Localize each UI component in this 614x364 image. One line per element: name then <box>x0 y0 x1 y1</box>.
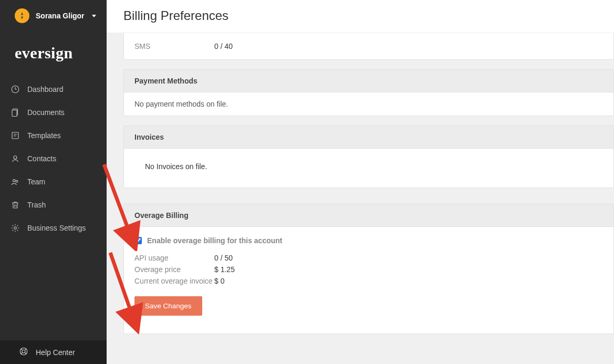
current-overage-invoice-value: $ 0 <box>214 277 224 285</box>
main-content: Billing Preferences SMS 0 / 40 Payment M… <box>107 0 614 364</box>
payment-methods-heading: Payment Methods <box>124 70 613 92</box>
svg-point-6 <box>16 180 18 182</box>
page-header: Billing Preferences <box>107 0 614 33</box>
sidebar-item-documents[interactable]: Documents <box>0 101 107 124</box>
save-changes-button[interactable]: Save Changes <box>134 296 202 316</box>
sidebar-item-label: Templates <box>27 131 61 140</box>
sidebar-item-help[interactable]: Help Center <box>0 340 107 364</box>
svg-point-4 <box>14 156 17 159</box>
dashboard-icon <box>11 85 20 94</box>
sidebar-item-label: Team <box>27 178 45 186</box>
sidebar-item-label: Dashboard <box>27 85 64 93</box>
avatar <box>15 8 29 23</box>
payment-methods-empty: No payment methods on file. <box>124 92 613 116</box>
sidebar-item-trash[interactable]: Trash <box>0 193 107 216</box>
svg-point-7 <box>14 227 17 230</box>
invoices-heading: Invoices <box>124 126 613 149</box>
sidebar-item-label: Trash <box>27 201 46 209</box>
sidebar-item-label: Business Settings <box>27 224 86 232</box>
api-usage-label: API usage <box>134 254 214 262</box>
overage-price-label: Overage price <box>134 265 214 274</box>
sidebar-item-dashboard[interactable]: Dashboard <box>0 78 107 101</box>
svg-point-5 <box>13 180 16 182</box>
sidebar-item-label: Help Center <box>36 348 75 357</box>
overage-price-value: $ 1.25 <box>214 265 235 274</box>
api-usage-value: 0 / 50 <box>214 254 233 262</box>
svg-point-9 <box>22 350 25 353</box>
svg-rect-3 <box>12 132 18 139</box>
user-menu[interactable]: Sorana Gligor <box>0 0 107 29</box>
brand-logo[interactable]: eversign <box>0 29 107 78</box>
user-name: Sorana Gligor <box>36 12 85 20</box>
enable-overage-label: Enable overage billing for this account <box>147 236 283 245</box>
svg-rect-2 <box>12 110 17 117</box>
invoices-empty: No Invoices on file. <box>124 149 613 188</box>
sidebar-item-team[interactable]: Team <box>0 170 107 193</box>
trash-icon <box>11 200 20 210</box>
documents-icon <box>11 108 20 117</box>
enable-overage-checkbox-row[interactable]: Enable overage billing for this account <box>124 227 613 252</box>
sms-label: SMS <box>134 42 214 50</box>
sidebar-item-label: Contacts <box>27 154 56 163</box>
invoices-panel: Invoices No Invoices on file. <box>123 126 614 188</box>
enable-overage-checkbox[interactable] <box>134 237 142 244</box>
sidebar: Sorana Gligor eversign Dashboard Documen… <box>0 0 107 364</box>
sidebar-item-label: Documents <box>27 108 65 117</box>
team-icon <box>11 177 20 186</box>
sidebar-item-templates[interactable]: Templates <box>0 124 107 147</box>
page-title: Billing Preferences <box>123 8 597 23</box>
overage-billing-heading: Overage Billing <box>124 204 613 227</box>
payment-methods-panel: Payment Methods No payment methods on fi… <box>123 69 614 116</box>
contacts-icon <box>11 154 20 163</box>
templates-icon <box>11 131 20 140</box>
life-ring-icon <box>19 347 28 358</box>
sms-value: 0 / 40 <box>214 42 233 50</box>
sidebar-nav: Dashboard Documents Templates Contacts T… <box>0 78 107 240</box>
overage-billing-panel: Overage Billing Enable overage billing f… <box>123 204 614 334</box>
sidebar-item-contacts[interactable]: Contacts <box>0 147 107 170</box>
sms-panel-tail: SMS 0 / 40 <box>123 33 614 60</box>
sidebar-item-business-settings[interactable]: Business Settings <box>0 216 107 240</box>
gear-icon <box>11 223 20 233</box>
current-overage-invoice-label: Current overage invoice <box>134 277 214 285</box>
chevron-down-icon <box>92 15 96 17</box>
